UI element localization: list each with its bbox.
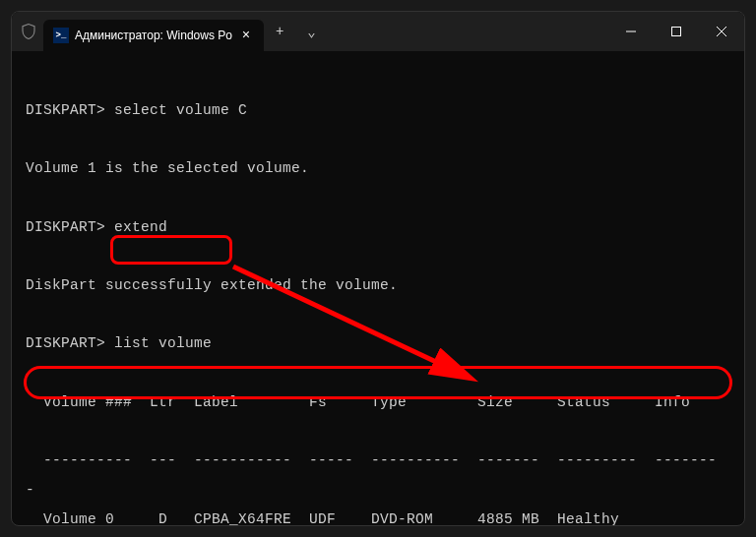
minimize-button[interactable] xyxy=(608,12,654,51)
table-header: Volume ### Ltr Label Fs Type Size Status… xyxy=(26,388,730,418)
new-tab-button[interactable]: + xyxy=(264,24,295,39)
powershell-icon: >_ xyxy=(53,28,69,43)
output-line: DISKPART> select volume C xyxy=(26,96,730,126)
titlebar: >_ Администратор: Windows Po × + ⌄ xyxy=(12,12,744,51)
terminal-window: >_ Администратор: Windows Po × + ⌄ DISKP… xyxy=(11,11,745,526)
close-button[interactable] xyxy=(699,12,744,51)
table-row: Volume 0 D CPBA_X64FRE UDF DVD-ROM 4885 … xyxy=(26,506,730,526)
tab-dropdown-icon[interactable]: ⌄ xyxy=(295,24,327,40)
shield-icon xyxy=(20,23,37,40)
output-line: Volume 1 is the selected volume. xyxy=(26,154,730,184)
output-line: DISKPART> extend xyxy=(26,213,730,243)
output-line: DiskPart successfully extended the volum… xyxy=(26,271,730,301)
table-divider: ---------- --- ----------- ----- -------… xyxy=(26,447,730,476)
terminal-output[interactable]: DISKPART> select volume C Volume 1 is th… xyxy=(12,51,744,526)
active-tab[interactable]: >_ Администратор: Windows Po × xyxy=(43,20,264,51)
output-line: DISKPART> list volume xyxy=(26,329,730,359)
table-divider: - xyxy=(26,476,730,506)
svg-rect-1 xyxy=(672,28,681,36)
tab-title: Администратор: Windows Po xyxy=(75,29,232,42)
close-tab-icon[interactable]: × xyxy=(238,28,254,43)
tab-area: >_ Администратор: Windows Po × + ⌄ xyxy=(12,12,328,51)
maximize-button[interactable] xyxy=(654,12,699,51)
window-controls xyxy=(608,12,744,51)
